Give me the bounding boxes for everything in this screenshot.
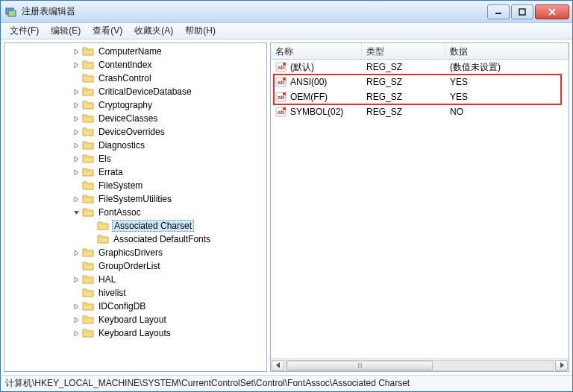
folder-icon <box>97 221 109 231</box>
tree-item[interactable]: CrashControl <box>4 72 266 85</box>
tree-item-label: IDConfigDB <box>97 301 147 312</box>
tree-item-label: GraphicsDrivers <box>97 247 164 258</box>
folder-icon <box>82 314 94 325</box>
chevron-right-icon[interactable] <box>72 250 81 256</box>
chevron-right-icon[interactable] <box>72 89 81 95</box>
svg-rect-33 <box>283 107 286 110</box>
chevron-down-icon[interactable] <box>72 209 81 216</box>
list-row[interactable]: abANSI(00)REG_SZYES <box>271 75 569 89</box>
menu-view[interactable]: 查看(V) <box>87 23 128 39</box>
folder-icon <box>82 154 94 164</box>
list-row[interactable]: abOEM(FF)REG_SZYES <box>271 89 569 104</box>
scroll-right-button[interactable] <box>555 360 568 371</box>
chevron-right-icon[interactable] <box>72 142 81 149</box>
tree-item[interactable]: CriticalDeviceDatabase <box>4 85 266 98</box>
chevron-right-icon[interactable] <box>72 169 81 176</box>
tree-item[interactable]: FileSystem <box>4 179 266 192</box>
svg-marker-34 <box>276 362 280 368</box>
tree-item-label: Diagnostics <box>97 140 146 151</box>
tree-item[interactable]: Els <box>4 152 266 165</box>
tree-item[interactable]: IDConfigDB <box>4 300 266 313</box>
svg-rect-24 <box>283 63 286 66</box>
tree-item-label: DeviceOverrides <box>97 127 166 137</box>
value-type: REG_SZ <box>362 62 445 72</box>
maximize-button[interactable] <box>511 4 533 19</box>
tree-item[interactable]: ContentIndex <box>4 58 266 72</box>
value-name: OEM(FF) <box>290 92 328 102</box>
chevron-right-icon[interactable] <box>72 102 81 109</box>
string-value-icon: ab <box>275 61 287 73</box>
tree-item[interactable]: FontAssoc <box>4 206 266 219</box>
scroll-left-button[interactable] <box>272 360 284 371</box>
svg-rect-30 <box>283 92 286 95</box>
tree-item[interactable]: Keyboard Layout <box>4 313 266 326</box>
chevron-right-icon[interactable] <box>72 330 81 337</box>
list-row[interactable]: ab(默认)REG_SZ(数值未设置) <box>271 60 569 75</box>
chevron-right-icon[interactable] <box>72 276 81 283</box>
chevron-right-icon[interactable] <box>72 196 81 203</box>
menubar: 文件(F) 编辑(E) 查看(V) 收藏夹(A) 帮助(H) <box>1 23 572 39</box>
status-path: 计算机\HKEY_LOCAL_MACHINE\SYSTEM\CurrentCon… <box>5 377 410 390</box>
scroll-track[interactable] <box>286 360 554 371</box>
svg-marker-18 <box>75 277 78 282</box>
tree-item[interactable]: Associated DefaultFonts <box>4 233 266 246</box>
svg-marker-10 <box>75 116 78 121</box>
menu-help[interactable]: 帮助(H) <box>179 23 222 39</box>
folder-icon <box>82 113 94 124</box>
chevron-right-icon[interactable] <box>72 303 81 310</box>
value-data: YES <box>445 77 569 87</box>
value-type: REG_SZ <box>362 107 445 117</box>
folder-icon <box>82 261 94 271</box>
tree-item-label: FileSystem <box>97 180 144 191</box>
tree-item[interactable]: GraphicsDrivers <box>4 246 266 259</box>
folder-icon <box>82 100 94 110</box>
folder-icon <box>82 140 94 151</box>
chevron-right-icon[interactable] <box>72 317 81 323</box>
tree-pane[interactable]: ComputerNameContentIndexCrashControlCrit… <box>4 42 267 372</box>
tree-item[interactable]: HAL <box>4 273 266 286</box>
tree-item[interactable]: GroupOrderList <box>4 259 266 273</box>
tree-item[interactable]: ComputerName <box>4 45 266 58</box>
folder-icon <box>82 194 94 204</box>
col-header-data[interactable]: 数据 <box>445 43 569 59</box>
tree-item[interactable]: Keyboard Layouts <box>4 326 266 340</box>
chevron-right-icon[interactable] <box>72 48 81 55</box>
svg-rect-3 <box>519 9 525 15</box>
tree-item[interactable]: Cryptography <box>4 98 266 112</box>
tree-item[interactable]: Diagnostics <box>4 139 266 152</box>
svg-marker-15 <box>75 197 78 202</box>
menu-favorites[interactable]: 收藏夹(A) <box>128 23 179 39</box>
folder-icon <box>97 234 109 244</box>
col-header-type[interactable]: 类型 <box>362 43 445 59</box>
svg-marker-7 <box>75 63 78 68</box>
tree-item[interactable]: FileSystemUtilities <box>4 192 266 206</box>
menu-file[interactable]: 文件(F) <box>4 23 45 39</box>
list-body[interactable]: ab(默认)REG_SZ(数值未设置)abANSI(00)REG_SZYESab… <box>271 60 569 358</box>
tree-item[interactable]: DeviceOverrides <box>4 125 266 139</box>
chevron-right-icon[interactable] <box>72 156 81 162</box>
chevron-right-icon[interactable] <box>72 116 81 122</box>
scroll-thumb[interactable] <box>286 361 433 370</box>
chevron-right-icon[interactable] <box>72 62 81 69</box>
tree-item[interactable]: Associated Charset <box>4 219 266 233</box>
close-button[interactable] <box>535 4 569 19</box>
minimize-button[interactable] <box>487 4 510 19</box>
string-value-icon: ab <box>275 106 287 118</box>
folder-icon <box>82 328 94 338</box>
tree-item-label: Keyboard Layout <box>97 314 168 325</box>
tree-item[interactable]: hivelist <box>4 286 266 300</box>
folder-icon <box>82 247 94 258</box>
chevron-right-icon[interactable] <box>72 129 81 136</box>
folder-icon <box>82 207 94 218</box>
value-data: NO <box>445 107 569 117</box>
folder-icon <box>82 127 94 137</box>
tree-item[interactable]: DeviceClasses <box>4 112 266 125</box>
list-row[interactable]: abSYMBOL(02)REG_SZNO <box>271 104 569 119</box>
tree-item-label: Associated DefaultFonts <box>112 234 212 244</box>
col-header-name[interactable]: 名称 <box>271 43 362 59</box>
horizontal-scrollbar[interactable] <box>271 358 569 371</box>
menu-edit[interactable]: 编辑(E) <box>45 23 87 39</box>
tree-item[interactable]: Errata <box>4 165 266 179</box>
content-area: ComputerNameContentIndexCrashControlCrit… <box>1 39 572 375</box>
titlebar[interactable]: 注册表编辑器 <box>1 1 572 23</box>
